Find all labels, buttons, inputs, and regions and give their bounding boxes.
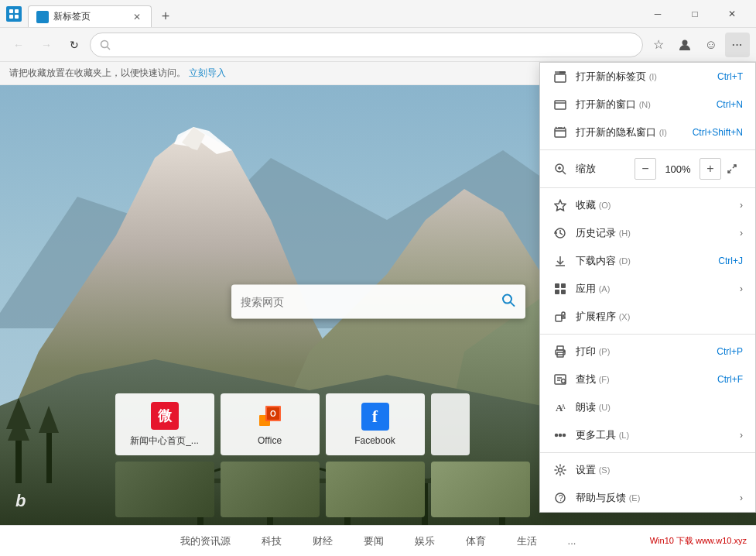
nav-item-finance[interactable]: 财经 <box>313 534 333 548</box>
tab-icon <box>552 69 568 84</box>
address-input[interactable] <box>117 39 633 50</box>
print-icon <box>552 344 568 359</box>
menu-label-new-tab: 打开新的标签页 (I) <box>576 70 717 84</box>
tabs-area: 新标签页 ✕ + <box>28 0 640 27</box>
extension-icon <box>552 309 568 324</box>
menu-settings[interactable]: 设置 (S) <box>540 456 755 484</box>
active-tab[interactable]: 新标签页 ✕ <box>28 5 152 27</box>
import-link[interactable]: 立刻导入 <box>189 67 226 80</box>
nav-item-news[interactable]: 我的资讯源 <box>180 534 231 548</box>
new-tab-button[interactable]: + <box>155 5 176 27</box>
zoom-expand-button[interactable] <box>721 158 743 180</box>
more-tools-arrow: › <box>740 430 743 441</box>
menu-open-incognito[interactable]: 打开新的隐私窗口 (I) Ctrl+Shift+N <box>540 118 755 146</box>
apps-icon <box>552 281 568 297</box>
menu-history[interactable]: 历史记录 (H) › <box>540 219 755 247</box>
svg-rect-34 <box>555 71 559 74</box>
nav-item-sports[interactable]: 体育 <box>466 534 486 548</box>
svg-rect-53 <box>555 283 559 288</box>
zoom-out-button[interactable]: − <box>635 158 656 180</box>
help-arrow: › <box>740 493 743 503</box>
minimize-button[interactable]: ─ <box>640 0 676 28</box>
svg-rect-55 <box>555 290 559 294</box>
svg-line-66 <box>565 383 566 383</box>
profile-button[interactable] <box>672 33 697 57</box>
favorites-arrow: › <box>740 200 743 211</box>
emoji-button[interactable]: ☺ <box>699 33 724 57</box>
menu-separator-4 <box>540 452 755 453</box>
svg-rect-56 <box>561 290 566 294</box>
thumbnail-4[interactable] <box>431 462 530 517</box>
menu-read[interactable]: A A 朗读 (U) <box>540 393 755 421</box>
svg-line-44 <box>563 171 566 174</box>
svg-text:?: ? <box>559 494 563 503</box>
menu-apps[interactable]: 应用 (A) › <box>540 275 755 303</box>
quick-link-weibo[interactable]: 微 新闻中心首页_... <box>115 393 214 455</box>
svg-point-71 <box>563 434 566 437</box>
office-label: Office <box>258 435 282 446</box>
menu-label-favorites: 收藏 (O) <box>576 198 740 212</box>
download-icon <box>552 253 568 269</box>
menu-favorites[interactable]: 收藏 (O) › <box>540 191 755 219</box>
menu-label-more-tools: 更多工具 (L) <box>576 428 740 442</box>
nav-item-life[interactable]: 生活 <box>517 534 537 548</box>
zoom-in-button[interactable]: + <box>700 158 721 180</box>
toolbar-actions: ☆ ☺ ··· <box>646 33 750 57</box>
quick-link-office[interactable]: O Office <box>221 393 320 455</box>
menu-print[interactable]: 打印 (P) Ctrl+P <box>540 338 755 366</box>
facebook-icon: f <box>361 403 389 431</box>
menu-separator-1 <box>540 149 755 150</box>
menu-button[interactable]: ··· <box>725 33 750 57</box>
menu-help[interactable]: ? 帮助与反馈 (E) › <box>540 484 755 512</box>
tab-label: 新标签页 <box>53 10 91 23</box>
watermark: Win10 下载 www.w10.xyz <box>650 535 747 547</box>
svg-rect-0 <box>9 9 13 13</box>
help-icon: ? <box>552 490 568 506</box>
address-bar[interactable] <box>90 33 643 57</box>
svg-text:A: A <box>561 403 566 410</box>
forward-button[interactable]: → <box>34 33 59 57</box>
menu-shortcut-new-window: Ctrl+N <box>717 99 743 110</box>
svg-point-65 <box>562 379 566 383</box>
svg-rect-18 <box>46 429 52 483</box>
nav-item-entertainment[interactable]: 娱乐 <box>415 534 435 548</box>
quick-link-facebook[interactable]: f Facebook <box>326 393 425 455</box>
menu-separator-3 <box>540 334 755 335</box>
thumbnail-1[interactable] <box>115 462 214 517</box>
find-icon <box>552 372 568 387</box>
menu-find[interactable]: 查找 (F) Ctrl+F <box>540 366 755 393</box>
menu-more-tools[interactable]: 更多工具 (L) › <box>540 421 755 449</box>
menu-shortcut-find: Ctrl+F <box>717 374 743 385</box>
search-box[interactable] <box>231 285 525 319</box>
svg-point-70 <box>559 434 562 437</box>
svg-line-5 <box>108 46 111 50</box>
thumbnail-2[interactable] <box>221 462 320 517</box>
menu-open-new-window[interactable]: 打开新的窗口 (N) Ctrl+N <box>540 91 755 118</box>
tab-close-button[interactable]: ✕ <box>131 11 143 23</box>
maximize-button[interactable]: □ <box>677 0 713 28</box>
toolbar: ← → ↻ ☆ ☺ ··· <box>0 28 756 62</box>
nav-item-tech[interactable]: 科技 <box>262 534 282 548</box>
quick-link-more[interactable] <box>431 393 470 455</box>
menu-downloads[interactable]: 下载内容 (D) Ctrl+J <box>540 247 755 275</box>
bing-logo-text: b <box>15 491 26 510</box>
facebook-label: Facebook <box>354 435 395 446</box>
refresh-button[interactable]: ↻ <box>62 33 87 57</box>
zoom-control: 缩放 − 100% + <box>540 153 755 184</box>
menu-label-read: 朗读 (U) <box>576 400 743 414</box>
thumbnail-3[interactable] <box>326 462 425 517</box>
back-button[interactable]: ← <box>6 33 31 57</box>
menu-open-new-tab[interactable]: 打开新的标签页 (I) Ctrl+T <box>540 63 755 91</box>
svg-point-69 <box>556 434 558 437</box>
svg-point-26 <box>503 294 511 303</box>
search-input[interactable] <box>241 296 501 308</box>
menu-label-incognito: 打开新的隐私窗口 (I) <box>576 125 693 139</box>
svg-rect-57 <box>556 315 562 321</box>
close-button[interactable]: ✕ <box>714 0 750 28</box>
browser-icon <box>6 6 22 22</box>
nav-item-more[interactable]: ... <box>568 535 576 547</box>
favorites-button[interactable]: ☆ <box>646 33 671 57</box>
nav-item-headlines[interactable]: 要闻 <box>364 534 384 548</box>
search-submit-button[interactable] <box>501 292 516 311</box>
menu-extensions[interactable]: 扩展程序 (X) <box>540 303 755 331</box>
